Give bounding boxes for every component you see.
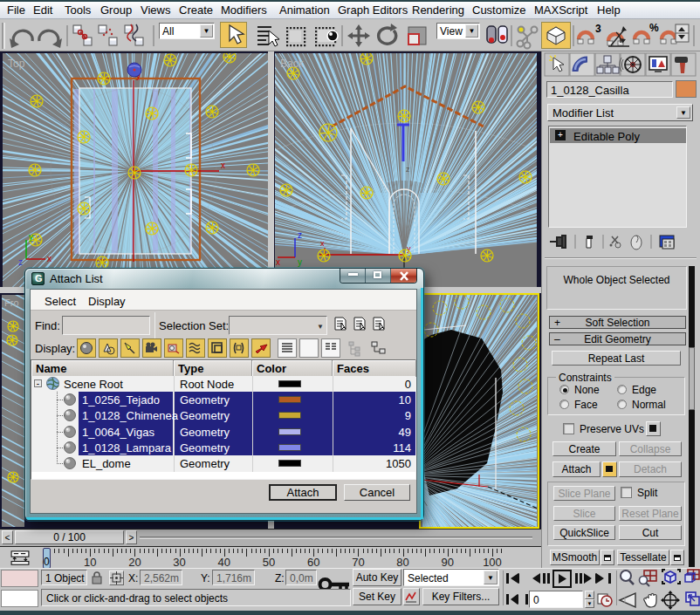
svg-text:x: x — [320, 239, 325, 248]
svg-text:y: y — [407, 244, 411, 253]
svg-text:z: z — [406, 165, 410, 174]
svg-text:Top: Top — [8, 58, 25, 70]
svg-text:Fro: Fro — [4, 297, 19, 308]
svg-text:z: z — [18, 257, 23, 267]
svg-text:y: y — [29, 232, 33, 242]
svg-text:y: y — [298, 257, 302, 267]
svg-text:z: z — [298, 230, 302, 240]
svg-text:Back: Back — [280, 58, 305, 70]
svg-text:x: x — [47, 254, 51, 263]
svg-text:x: x — [221, 161, 225, 170]
svg-text:x: x — [276, 257, 280, 267]
svg-text:%: % — [649, 22, 659, 34]
svg-text:3: 3 — [595, 23, 601, 35]
